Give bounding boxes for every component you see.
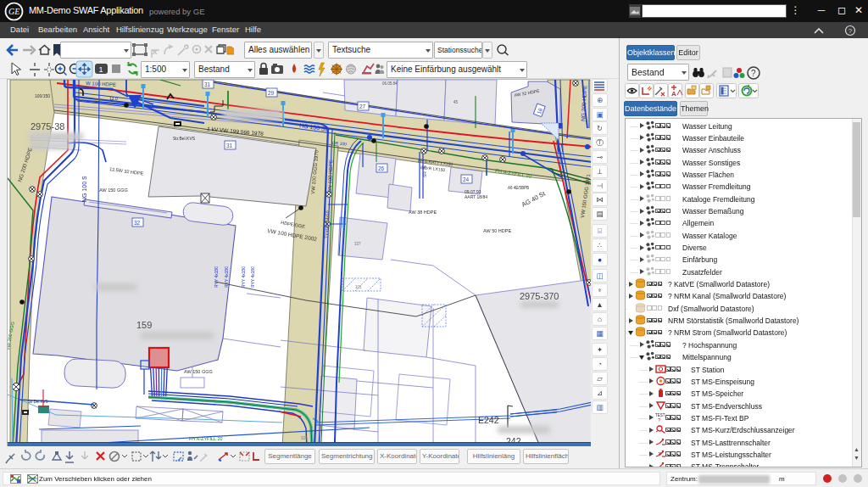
svg-text:1382: 1382 bbox=[94, 98, 103, 102]
svg-text:?: ? bbox=[849, 27, 853, 35]
svg-text:101: 101 bbox=[355, 285, 362, 289]
svg-text:06.05.84: 06.05.84 bbox=[382, 81, 398, 86]
svg-text:FH A-ZYFILL 20: FH A-ZYFILL 20 bbox=[189, 436, 223, 441]
svg-text:A6 4E/5BPB: A6 4E/5BPB bbox=[508, 186, 529, 190]
svg-text:?: ? bbox=[751, 69, 756, 78]
svg-text:AART 18/84: AART 18/84 bbox=[465, 194, 487, 199]
svg-text:31: 31 bbox=[204, 81, 211, 87]
svg-text:Str.Bel.KVS: Str.Bel.KVS bbox=[173, 136, 196, 141]
svg-text:RYY 4x150: RYY 4x150 bbox=[224, 266, 229, 288]
svg-text:RYY 4x150: RYY 4x150 bbox=[250, 266, 255, 288]
svg-text:Str.Bel.KVS: Str.Bel.KVS bbox=[28, 400, 48, 404]
svg-text:AW 50 HDPE: AW 50 HDPE bbox=[483, 228, 511, 233]
svg-text:NG 100 S: NG 100 S bbox=[81, 176, 87, 202]
svg-text:AW 38 HDPE: AW 38 HDPE bbox=[409, 210, 437, 215]
svg-text:27: 27 bbox=[359, 104, 366, 109]
svg-text:12.0: 12.0 bbox=[109, 96, 118, 101]
svg-text:32: 32 bbox=[134, 220, 141, 226]
svg-text:AW 150 GGG: AW 150 GGG bbox=[99, 188, 128, 193]
svg-text:?: ? bbox=[658, 417, 661, 423]
svg-text:AW 150 GGG: AW 150 GGG bbox=[184, 369, 213, 374]
svg-text:TYYQYY 4x50: TYYQYY 4x50 bbox=[324, 210, 330, 238]
svg-text:324: 324 bbox=[301, 436, 308, 440]
svg-text:1: 1 bbox=[99, 65, 103, 74]
svg-text:2975-38: 2975-38 bbox=[31, 121, 64, 132]
svg-text:24: 24 bbox=[463, 176, 470, 182]
svg-text:29: 29 bbox=[268, 90, 275, 96]
svg-text:26: 26 bbox=[378, 165, 385, 171]
svg-text:31: 31 bbox=[226, 143, 233, 148]
svg-text:100/150: 100/150 bbox=[35, 93, 50, 98]
svg-text:RYY 4x150: RYY 4x150 bbox=[214, 266, 219, 288]
svg-text:337: 337 bbox=[354, 242, 361, 246]
svg-text:2975-370: 2975-370 bbox=[520, 291, 559, 301]
svg-text:RYY 4x150: RYY 4x150 bbox=[241, 266, 246, 288]
svg-text:E242: E242 bbox=[478, 415, 499, 425]
svg-text:45: 45 bbox=[453, 100, 459, 104]
svg-text:GE: GE bbox=[8, 7, 19, 16]
svg-text:A: A bbox=[671, 90, 676, 98]
svg-text:159: 159 bbox=[136, 320, 152, 330]
